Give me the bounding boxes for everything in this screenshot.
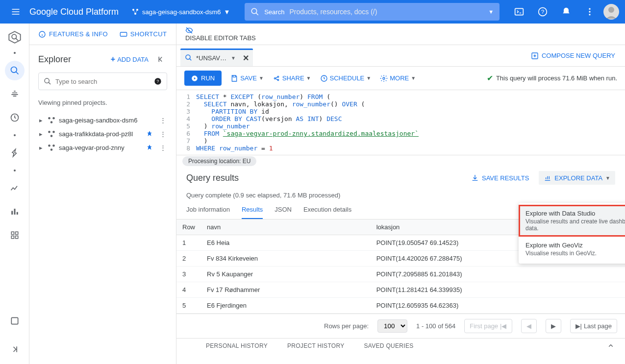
viewing-pinned-text: Viewing pinned projects. xyxy=(29,96,176,113)
pin-icon[interactable] xyxy=(144,144,155,151)
more-vert-icon[interactable] xyxy=(580,2,600,22)
project-selector[interactable]: saga-geisag-sandbox-dsm6 ▼ xyxy=(126,6,235,18)
search-icon xyxy=(250,7,259,16)
sql-editor[interactable]: 1SELECT * EXCEPT (row_number) FROM (2 SE… xyxy=(176,90,625,155)
query-tab-active[interactable]: *UNSAVE… ▼ ✕ xyxy=(180,49,253,66)
expand-arrow-icon[interactable]: ▸ xyxy=(37,130,44,138)
next-page-button[interactable]: ▶ xyxy=(546,319,561,333)
help-filled-icon[interactable]: ? xyxy=(154,77,162,85)
expand-history-icon[interactable] xyxy=(606,341,615,350)
bigquery-logo-icon[interactable] xyxy=(7,29,23,45)
sql-workspace-icon[interactable] xyxy=(5,61,25,80)
expand-panel-icon[interactable] xyxy=(5,340,25,359)
save-button[interactable]: SAVE▼ xyxy=(230,74,264,82)
help-icon[interactable]: ? xyxy=(533,2,552,22)
more-button[interactable]: MORE▼ xyxy=(380,74,416,82)
migrations-icon[interactable] xyxy=(5,84,25,104)
project-icon xyxy=(131,8,139,16)
scheduled-queries-icon[interactable] xyxy=(5,108,25,127)
result-tab-job-information[interactable]: Job information xyxy=(186,201,230,219)
explore-data-button[interactable]: EXPLORE DATA▼ xyxy=(539,171,615,185)
more-vert-icon[interactable]: ⋮ xyxy=(158,130,168,138)
project-tree-item[interactable]: ▸ saga-vegvar-prod-znny ⋮ xyxy=(34,141,171,154)
svg-point-43 xyxy=(383,77,385,79)
svg-rect-21 xyxy=(11,317,18,324)
svg-point-3 xyxy=(251,8,257,14)
table-cell: 1 xyxy=(176,235,201,251)
tab-dropdown-icon[interactable]: ▼ xyxy=(231,55,236,61)
result-tab-json[interactable]: JSON xyxy=(275,201,292,219)
project-tree-item[interactable]: ▸ saga-trafikkdata-prod-pz8l ⋮ xyxy=(34,127,171,141)
bi-engine-icon[interactable] xyxy=(5,202,25,221)
save-results-button[interactable]: SAVE RESULTS xyxy=(471,174,529,182)
explore-menu-item[interactable]: Explore with GeoVizVisualise results in … xyxy=(519,237,625,262)
last-page-button[interactable]: ▶| Last page xyxy=(570,319,618,333)
explorer-search-input[interactable] xyxy=(55,78,150,85)
divider-dot xyxy=(14,134,16,136)
gcp-logo[interactable]: Google Cloud Platform xyxy=(29,7,119,17)
result-tab-execution-details[interactable]: Execution details xyxy=(303,201,351,219)
marketplace-icon[interactable] xyxy=(5,311,25,331)
left-icon-bar xyxy=(0,24,29,364)
capacity-icon[interactable] xyxy=(5,143,25,163)
svg-text:?: ? xyxy=(157,79,159,84)
expand-arrow-icon[interactable]: ▸ xyxy=(37,117,44,124)
result-tab-results[interactable]: Results xyxy=(242,201,263,219)
menu-item-desc: Visualise results and create live dashbo… xyxy=(525,218,625,232)
search-box[interactable]: Search ▼ xyxy=(245,3,500,21)
dropdown-icon: ▼ xyxy=(224,8,230,16)
svg-rect-18 xyxy=(15,232,18,234)
search-input[interactable] xyxy=(289,8,483,16)
saved-queries-tab[interactable]: SAVED QUERIES xyxy=(364,342,413,349)
expand-arrow-icon[interactable]: ▸ xyxy=(37,144,44,151)
personal-history-tab[interactable]: PERSONAL HISTORY xyxy=(206,342,268,349)
menu-item-title: Explore with GeoViz xyxy=(525,242,625,249)
share-button[interactable]: SHARE▼ xyxy=(273,74,311,82)
process-info: ✔ This query will process 71.6 MiB when … xyxy=(487,73,617,83)
compose-new-query-button[interactable]: COMPOSE NEW QUERY xyxy=(525,52,621,60)
monitoring-icon[interactable] xyxy=(5,178,25,198)
table-row[interactable]: 4Fv 17 RødhammerPOINT(11.281421 64.33993… xyxy=(176,282,625,298)
shortcut-button[interactable]: SHORTCUT xyxy=(120,30,167,38)
project-history-tab[interactable]: PROJECT HISTORY xyxy=(287,342,345,349)
more-vert-icon[interactable]: ⋮ xyxy=(158,144,168,151)
prev-page-button[interactable]: ◀ xyxy=(521,319,537,333)
close-tab-icon[interactable]: ✕ xyxy=(243,53,249,63)
schedule-button[interactable]: SCHEDULE▼ xyxy=(320,74,372,82)
run-button[interactable]: RUN xyxy=(184,71,222,86)
svg-point-34 xyxy=(52,145,55,147)
project-tree-item[interactable]: ▸ saga-geisag-sandbox-dsm6 ⋮ xyxy=(34,113,171,127)
divider-dot xyxy=(14,52,16,54)
table-row[interactable]: 3Rv 5 KaupangerPOINT(7.2095885 61.201843… xyxy=(176,267,625,282)
more-vert-icon[interactable]: ⋮ xyxy=(158,117,168,124)
visibility-off-icon xyxy=(185,26,193,34)
disable-editor-tabs-button[interactable]: DISABLE EDITOR TABS xyxy=(185,26,256,42)
rows-per-page-select[interactable]: 100 xyxy=(377,319,407,333)
svg-rect-15 xyxy=(14,209,15,215)
table-row[interactable]: 5E6 FjerdingenPOINT(12.605935 64.62363) xyxy=(176,298,625,314)
explore-menu-item[interactable]: Explore with Data StudioVisualise result… xyxy=(519,205,625,237)
cloud-shell-icon[interactable] xyxy=(509,2,529,22)
resources-icon[interactable] xyxy=(5,225,25,245)
collapse-explorer-icon[interactable] xyxy=(154,53,167,66)
svg-marker-10 xyxy=(9,31,20,43)
notifications-icon[interactable] xyxy=(556,2,576,22)
last-page-icon: ▶| xyxy=(575,322,582,330)
rows-per-page-label: Rows per page: xyxy=(324,322,369,330)
features-info-button[interactable]: FEATURES & INFO xyxy=(38,30,108,38)
first-page-button[interactable]: First page |◀ xyxy=(464,319,512,333)
chevron-down-icon[interactable]: ▼ xyxy=(488,9,494,15)
project-name-label: saga-geisag-sandbox-dsm6 xyxy=(59,117,137,124)
project-nodes-icon xyxy=(47,129,56,138)
add-data-button[interactable]: + ADD DATA xyxy=(111,55,149,64)
table-cell: Fv 834 Kirkeveien xyxy=(201,251,371,267)
svg-rect-16 xyxy=(16,212,18,215)
explore-data-dropdown: Explore with Data StudioVisualise result… xyxy=(519,203,625,264)
check-icon: ✔ xyxy=(487,73,493,83)
table-footer: Rows per page: 100 1 - 100 of 564 First … xyxy=(176,314,625,338)
svg-point-24 xyxy=(45,78,49,83)
user-avatar[interactable] xyxy=(603,4,619,20)
hamburger-icon[interactable] xyxy=(6,2,25,22)
pin-icon[interactable] xyxy=(144,130,155,137)
processing-location: Processing location: EU xyxy=(182,156,256,166)
